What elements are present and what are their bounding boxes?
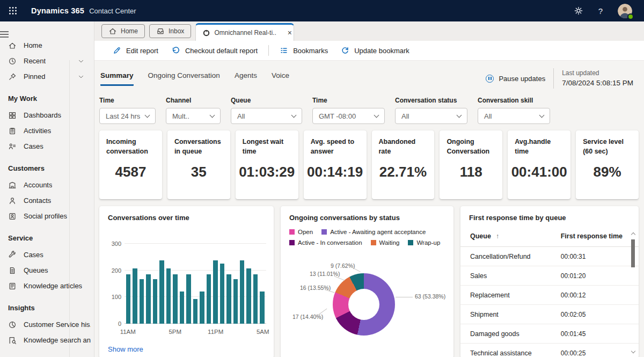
chevron-down-icon[interactable] xyxy=(78,58,84,64)
kpi-value: 01:03:29 xyxy=(238,164,296,180)
sidebar-item-pinned[interactable]: Pinned xyxy=(0,69,94,84)
sidebar-item-customer-service-his[interactable]: Customer Service his... xyxy=(0,317,94,332)
sidebar-item-queues[interactable]: Queues xyxy=(0,263,94,278)
kpi-value: 00:41:00 xyxy=(510,164,568,180)
sidebar-item-activities[interactable]: Activities xyxy=(0,123,94,139)
top-app-bar: Dynamics 365 Contact Center ? xyxy=(0,0,644,21)
table-row-damaged-goods[interactable]: Damaged goods 00:01:45 xyxy=(460,324,639,344)
filter-label: Time xyxy=(312,97,385,104)
table-row-replacement[interactable]: Replacement 00:00:12 xyxy=(460,286,639,305)
legend-item-active-in-conversation[interactable]: Active - In conversation xyxy=(289,239,362,246)
tab-ongoing-conversation[interactable]: Ongoing Conversation xyxy=(148,71,220,86)
scroll-up-icon[interactable] xyxy=(631,232,635,237)
sidebar-divider xyxy=(69,60,70,357)
filter-dropdown-conversation-status[interactable]: All xyxy=(395,108,467,124)
sidebar-item-cases[interactable]: Cases xyxy=(0,247,94,263)
tab-agents[interactable]: Agents xyxy=(235,71,257,86)
y-axis-tick: 0 xyxy=(104,320,121,327)
bar[interactable] xyxy=(159,260,164,324)
close-tab-icon[interactable]: × xyxy=(288,29,292,37)
table-row-technical-assistance[interactable]: Technical assistance 00:00:25 xyxy=(460,344,639,357)
bar[interactable] xyxy=(200,292,204,324)
column-header-first-response-time[interactable]: First response time xyxy=(561,232,629,240)
callout-line xyxy=(396,297,413,297)
tab-summary[interactable]: Summary xyxy=(100,71,134,86)
bar[interactable] xyxy=(173,274,177,324)
bar[interactable] xyxy=(180,292,184,324)
kpi-value: 118 xyxy=(442,164,500,180)
sidebar-item-knowledge-articles[interactable]: Knowledge articles xyxy=(0,278,94,294)
filter-dropdown-time[interactable]: GMT -08:00 xyxy=(312,108,385,124)
x-axis-tick: 11PM xyxy=(208,329,223,335)
topbar-actions: ? xyxy=(574,4,636,18)
bar[interactable] xyxy=(153,279,157,324)
bar[interactable] xyxy=(240,260,244,324)
legend-item-active-awaiting-agent-acceptance[interactable]: Active - Awaiting agent acceptance xyxy=(321,229,426,235)
chevron-down-icon[interactable] xyxy=(78,74,84,80)
table-row-shipment[interactable]: Shipment 00:02:05 xyxy=(460,305,639,324)
filter-dropdown-time[interactable]: Last 24 hrs xyxy=(99,108,156,124)
knowledge-search-icon xyxy=(8,336,17,345)
bar[interactable] xyxy=(126,274,130,324)
bar[interactable] xyxy=(260,292,264,324)
kpi-label: Abandoned rate xyxy=(379,137,428,156)
table-scrollbar[interactable] xyxy=(630,232,636,354)
pin-icon xyxy=(8,72,17,81)
bar[interactable] xyxy=(166,268,171,324)
screen: Dynamics 365 Contact Center ? Home xyxy=(0,0,644,357)
bar[interactable] xyxy=(213,260,217,324)
bar[interactable] xyxy=(186,274,191,324)
bar[interactable] xyxy=(146,274,150,324)
show-more-link[interactable]: Show more xyxy=(108,345,143,353)
toolbar-divider xyxy=(268,45,269,56)
sidebar-item-cases[interactable]: Cases xyxy=(0,139,94,154)
user-avatar[interactable] xyxy=(618,4,632,18)
bar[interactable] xyxy=(140,279,144,324)
sidebar-item-contacts[interactable]: Contacts xyxy=(0,193,94,208)
scroll-down-icon[interactable] xyxy=(631,349,635,353)
sidebar-item-home[interactable]: Home xyxy=(0,38,94,53)
pause-updates-button[interactable]: Pause updates xyxy=(486,75,545,83)
checkout-default-report-button[interactable]: Checkout default report xyxy=(165,41,264,60)
donut-chart[interactable] xyxy=(333,273,395,336)
bar[interactable] xyxy=(233,279,238,324)
column-header-queue[interactable]: Queue↑ xyxy=(470,232,561,240)
sidebar-item-recent[interactable]: Recent xyxy=(0,53,94,69)
legend-item-open[interactable]: Open xyxy=(289,229,313,235)
scrollbar-thumb[interactable] xyxy=(631,239,635,267)
settings-gear-icon[interactable] xyxy=(574,6,583,16)
bar[interactable] xyxy=(207,274,211,324)
sidebar-item-dashboards[interactable]: Dashboards xyxy=(0,107,94,123)
table-row-cancellation-refund[interactable]: Cancellation/Refund 00:00:31 xyxy=(460,247,639,266)
filter-dropdown-queue[interactable]: All xyxy=(231,108,302,124)
waffle-menu-icon[interactable] xyxy=(9,6,23,15)
help-icon[interactable]: ? xyxy=(598,6,603,16)
tab-voice[interactable]: Voice xyxy=(272,71,289,86)
bar[interactable] xyxy=(133,268,137,324)
hamburger-menu-icon[interactable] xyxy=(0,31,94,38)
update-bookmark-button[interactable]: Update bookmark xyxy=(334,41,416,60)
bar[interactable] xyxy=(193,299,197,324)
sidebar-item-knowledge-search-an[interactable]: Knowledge search an.. xyxy=(0,332,94,348)
bar[interactable] xyxy=(246,268,251,324)
bar[interactable] xyxy=(253,274,258,324)
knowledge-article-icon xyxy=(8,282,17,290)
presence-available-badge xyxy=(627,13,634,20)
sidebar-item-accounts[interactable]: Accounts xyxy=(0,177,94,193)
bar[interactable] xyxy=(220,264,224,324)
table-row-sales[interactable]: Sales 00:01:20 xyxy=(460,266,639,286)
sidebar-item-social-profiles[interactable]: Social profiles xyxy=(0,208,94,224)
edit-report-button[interactable]: Edit report xyxy=(106,41,165,60)
bookmarks-button[interactable]: Bookmarks xyxy=(273,41,334,60)
filter-dropdown-conversation-skill[interactable]: All xyxy=(478,108,550,124)
legend-item-wrap-up[interactable]: Wrap-up xyxy=(408,239,440,246)
app-tab-home[interactable]: Home xyxy=(101,24,145,38)
bar[interactable] xyxy=(226,274,231,324)
contact-icon xyxy=(8,196,17,205)
app-tab-omnichannel-real-ti[interactable]: Omnichannel Real-ti.. × xyxy=(195,23,294,41)
filter-label: Conversation skill xyxy=(478,97,550,104)
chevron-down-icon xyxy=(210,113,215,118)
app-tab-inbox[interactable]: Inbox xyxy=(149,24,191,38)
legend-item-waiting[interactable]: Waiting xyxy=(371,239,400,246)
filter-dropdown-channel[interactable]: Mult.. xyxy=(166,108,221,124)
